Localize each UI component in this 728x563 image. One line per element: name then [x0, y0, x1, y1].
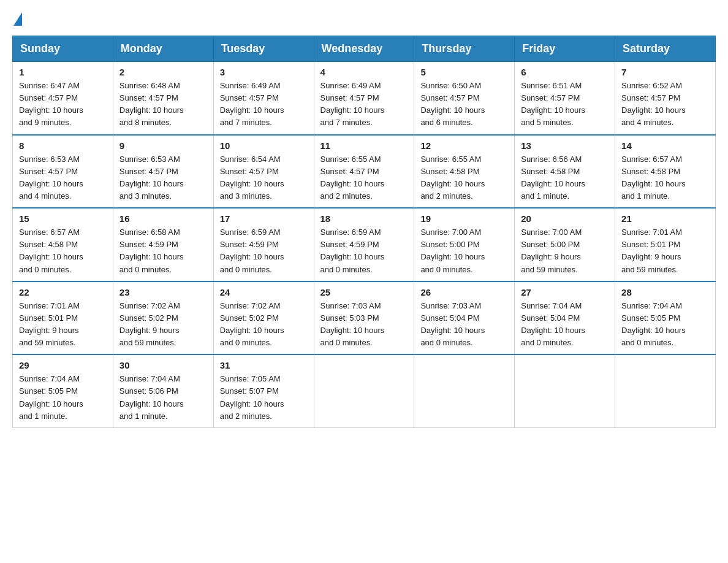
- calendar-week-row: 29 Sunrise: 7:04 AMSunset: 5:05 PMDaylig…: [13, 354, 716, 427]
- day-info: Sunrise: 7:02 AMSunset: 5:02 PMDaylight:…: [119, 301, 180, 347]
- day-info: Sunrise: 6:53 AMSunset: 4:57 PMDaylight:…: [19, 155, 83, 201]
- calendar-day-cell: 1 Sunrise: 6:47 AMSunset: 4:57 PMDayligh…: [13, 62, 113, 135]
- calendar-day-cell: 9 Sunrise: 6:53 AMSunset: 4:57 PMDayligh…: [113, 135, 213, 209]
- calendar-day-cell: 11 Sunrise: 6:55 AMSunset: 4:57 PMDaylig…: [314, 135, 414, 209]
- logo-triangle-icon: [13, 12, 22, 26]
- calendar-day-cell: 16 Sunrise: 6:58 AMSunset: 4:59 PMDaylig…: [113, 208, 213, 282]
- day-info: Sunrise: 7:05 AMSunset: 5:07 PMDaylight:…: [220, 374, 284, 420]
- day-info: Sunrise: 6:54 AMSunset: 4:57 PMDaylight:…: [220, 155, 284, 201]
- calendar-day-cell: 17 Sunrise: 6:59 AMSunset: 4:59 PMDaylig…: [213, 208, 314, 282]
- day-info: Sunrise: 7:00 AMSunset: 5:00 PMDaylight:…: [420, 228, 485, 274]
- calendar-day-cell: 29 Sunrise: 7:04 AMSunset: 5:05 PMDaylig…: [13, 354, 113, 427]
- calendar-day-cell: 13 Sunrise: 6:56 AMSunset: 4:58 PMDaylig…: [515, 135, 615, 209]
- day-number: 15: [19, 213, 107, 224]
- day-number: 20: [521, 213, 609, 224]
- day-number: 21: [621, 213, 709, 224]
- calendar-day-cell: 15 Sunrise: 6:57 AMSunset: 4:58 PMDaylig…: [13, 208, 113, 282]
- calendar-table: SundayMondayTuesdayWednesdayThursdayFrid…: [12, 36, 716, 428]
- day-info: Sunrise: 6:53 AMSunset: 4:57 PMDaylight:…: [119, 155, 184, 201]
- page-header: [12, 12, 716, 23]
- calendar-week-row: 22 Sunrise: 7:01 AMSunset: 5:01 PMDaylig…: [13, 282, 716, 355]
- calendar-day-header: Thursday: [414, 36, 515, 62]
- calendar-day-cell: 6 Sunrise: 6:51 AMSunset: 4:57 PMDayligh…: [515, 62, 615, 135]
- day-number: 16: [119, 213, 207, 224]
- day-info: Sunrise: 7:03 AMSunset: 5:03 PMDaylight:…: [320, 301, 385, 347]
- day-info: Sunrise: 7:03 AMSunset: 5:04 PMDaylight:…: [420, 301, 485, 347]
- day-number: 29: [19, 360, 107, 370]
- day-info: Sunrise: 7:02 AMSunset: 5:02 PMDaylight:…: [220, 301, 284, 347]
- day-info: Sunrise: 6:51 AMSunset: 4:57 PMDaylight:…: [521, 81, 585, 127]
- calendar-day-cell: 2 Sunrise: 6:48 AMSunset: 4:57 PMDayligh…: [113, 62, 213, 135]
- day-info: Sunrise: 6:59 AMSunset: 4:59 PMDaylight:…: [320, 228, 385, 274]
- day-number: 12: [420, 140, 508, 151]
- day-number: 2: [119, 67, 207, 77]
- day-number: 14: [621, 140, 709, 151]
- calendar-day-cell: 20 Sunrise: 7:00 AMSunset: 5:00 PMDaylig…: [515, 208, 615, 282]
- day-number: 26: [420, 287, 508, 297]
- day-info: Sunrise: 7:01 AMSunset: 5:01 PMDaylight:…: [621, 228, 682, 274]
- logo: [12, 12, 23, 23]
- day-number: 27: [521, 287, 609, 297]
- calendar-day-cell: 30 Sunrise: 7:04 AMSunset: 5:06 PMDaylig…: [113, 354, 213, 427]
- calendar-day-header: Saturday: [615, 36, 716, 62]
- day-info: Sunrise: 6:55 AMSunset: 4:57 PMDaylight:…: [320, 155, 385, 201]
- calendar-day-cell: [615, 354, 716, 427]
- calendar-day-cell: 22 Sunrise: 7:01 AMSunset: 5:01 PMDaylig…: [13, 282, 113, 355]
- calendar-day-header: Friday: [515, 36, 615, 62]
- calendar-day-cell: 18 Sunrise: 6:59 AMSunset: 4:59 PMDaylig…: [314, 208, 414, 282]
- calendar-day-header: Monday: [113, 36, 213, 62]
- day-number: 1: [19, 67, 107, 77]
- day-info: Sunrise: 6:59 AMSunset: 4:59 PMDaylight:…: [220, 228, 284, 274]
- calendar-day-header: Tuesday: [213, 36, 314, 62]
- day-number: 31: [220, 360, 308, 370]
- day-info: Sunrise: 6:52 AMSunset: 4:57 PMDaylight:…: [621, 81, 686, 127]
- calendar-day-cell: 28 Sunrise: 7:04 AMSunset: 5:05 PMDaylig…: [615, 282, 716, 355]
- calendar-day-cell: 21 Sunrise: 7:01 AMSunset: 5:01 PMDaylig…: [615, 208, 716, 282]
- day-info: Sunrise: 7:00 AMSunset: 5:00 PMDaylight:…: [521, 228, 582, 274]
- calendar-day-cell: [515, 354, 615, 427]
- day-info: Sunrise: 7:04 AMSunset: 5:04 PMDaylight:…: [521, 301, 585, 347]
- day-number: 17: [220, 213, 308, 224]
- day-number: 28: [621, 287, 709, 297]
- calendar-day-cell: 5 Sunrise: 6:50 AMSunset: 4:57 PMDayligh…: [414, 62, 515, 135]
- calendar-day-cell: 25 Sunrise: 7:03 AMSunset: 5:03 PMDaylig…: [314, 282, 414, 355]
- day-info: Sunrise: 7:04 AMSunset: 5:06 PMDaylight:…: [119, 374, 184, 420]
- calendar-day-cell: 14 Sunrise: 6:57 AMSunset: 4:58 PMDaylig…: [615, 135, 716, 209]
- calendar-day-cell: [314, 354, 414, 427]
- day-number: 13: [521, 140, 609, 151]
- calendar-day-cell: 7 Sunrise: 6:52 AMSunset: 4:57 PMDayligh…: [615, 62, 716, 135]
- calendar-day-header: Sunday: [13, 36, 113, 62]
- day-number: 30: [119, 360, 207, 370]
- calendar-day-cell: 10 Sunrise: 6:54 AMSunset: 4:57 PMDaylig…: [213, 135, 314, 209]
- day-number: 24: [220, 287, 308, 297]
- day-info: Sunrise: 6:47 AMSunset: 4:57 PMDaylight:…: [19, 81, 83, 127]
- calendar-day-cell: 3 Sunrise: 6:49 AMSunset: 4:57 PMDayligh…: [213, 62, 314, 135]
- calendar-day-header: Wednesday: [314, 36, 414, 62]
- day-number: 9: [119, 140, 207, 151]
- day-number: 25: [320, 287, 408, 297]
- day-number: 5: [420, 67, 508, 77]
- day-info: Sunrise: 6:49 AMSunset: 4:57 PMDaylight:…: [220, 81, 284, 127]
- day-number: 4: [320, 67, 408, 77]
- day-number: 23: [119, 287, 207, 297]
- day-number: 3: [220, 67, 308, 77]
- day-number: 10: [220, 140, 308, 151]
- calendar-day-cell: 24 Sunrise: 7:02 AMSunset: 5:02 PMDaylig…: [213, 282, 314, 355]
- day-info: Sunrise: 6:49 AMSunset: 4:57 PMDaylight:…: [320, 81, 385, 127]
- calendar-week-row: 15 Sunrise: 6:57 AMSunset: 4:58 PMDaylig…: [13, 208, 716, 282]
- calendar-header-row: SundayMondayTuesdayWednesdayThursdayFrid…: [13, 36, 716, 62]
- day-info: Sunrise: 6:57 AMSunset: 4:58 PMDaylight:…: [19, 228, 83, 274]
- day-number: 6: [521, 67, 609, 77]
- day-info: Sunrise: 7:01 AMSunset: 5:01 PMDaylight:…: [19, 301, 80, 347]
- calendar-week-row: 8 Sunrise: 6:53 AMSunset: 4:57 PMDayligh…: [13, 135, 716, 209]
- day-info: Sunrise: 6:48 AMSunset: 4:57 PMDaylight:…: [119, 81, 184, 127]
- calendar-day-cell: 4 Sunrise: 6:49 AMSunset: 4:57 PMDayligh…: [314, 62, 414, 135]
- day-info: Sunrise: 6:50 AMSunset: 4:57 PMDaylight:…: [420, 81, 485, 127]
- day-number: 7: [621, 67, 709, 77]
- day-number: 8: [19, 140, 107, 151]
- day-info: Sunrise: 7:04 AMSunset: 5:05 PMDaylight:…: [621, 301, 686, 347]
- calendar-day-cell: 19 Sunrise: 7:00 AMSunset: 5:00 PMDaylig…: [414, 208, 515, 282]
- day-number: 22: [19, 287, 107, 297]
- calendar-day-cell: 26 Sunrise: 7:03 AMSunset: 5:04 PMDaylig…: [414, 282, 515, 355]
- day-number: 11: [320, 140, 408, 151]
